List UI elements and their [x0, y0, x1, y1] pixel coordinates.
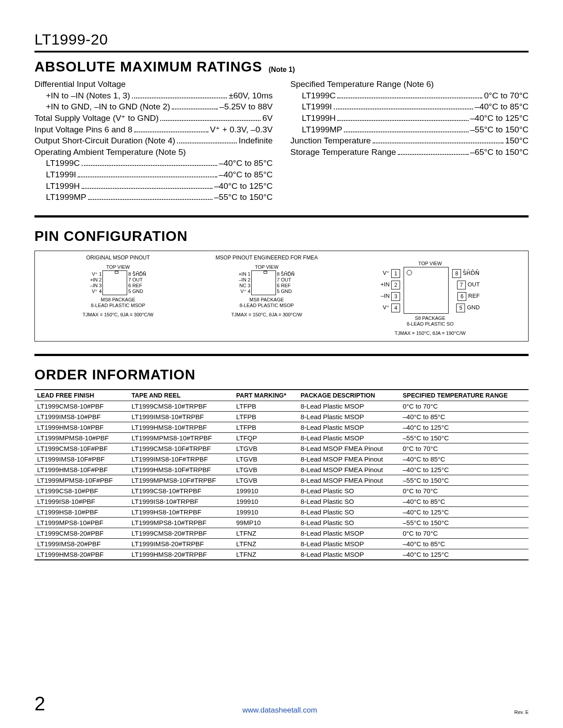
- thermal-info: TJMAX = 150°C, θJA = 300°C/W: [83, 312, 153, 317]
- table-cell: 8-Lead MSOP FMEA Pinout: [298, 465, 400, 475]
- package-subname: 8-LEAD PLASTIC MSOP: [91, 303, 145, 308]
- table-cell: LT1999MPMS8-10#PBF: [34, 433, 129, 443]
- table-row: LT1999IS8-10#PBFLT1999IS8-10#TRPBF199910…: [34, 496, 529, 507]
- table-cell: 8-Lead Plastic SO: [298, 486, 400, 496]
- table-header: SPECIFIED TEMPERATURE RANGE: [400, 390, 529, 401]
- table-cell: LT1999HMS8-20#TRPBF: [129, 549, 234, 560]
- revision: Rev. E: [514, 709, 529, 715]
- table-header: TAPE AND REEL: [129, 390, 234, 401]
- spec-header: Differential Input Voltage: [34, 79, 273, 90]
- abs-ratings-block: Differential Input Voltage +IN to –IN (N…: [34, 79, 529, 203]
- table-cell: LTFQP: [234, 433, 298, 443]
- table-cell: 8-Lead Plastic MSOP: [298, 549, 400, 560]
- table-row: LT1999MPS8-10#PBFLT1999MPS8-10#TRPBF99MP…: [34, 518, 529, 528]
- spec-value: Indefinite: [238, 135, 272, 146]
- spec-value: 150°C: [505, 135, 529, 146]
- table-cell: LT1999CMS8-20#PBF: [34, 528, 129, 539]
- table-cell: LTGVB: [234, 465, 298, 475]
- package-subname: 8-LEAD PLASTIC MSOP: [239, 303, 294, 308]
- table-cell: –40°C to 85°C: [400, 454, 529, 465]
- table-header: PART MARKING*: [234, 390, 298, 401]
- spec-label: +IN to –IN (Notes 1, 3): [46, 90, 130, 101]
- table-cell: LT1999HMS8-10F#PBF: [34, 465, 129, 475]
- order-table: LEAD FREE FINISHTAPE AND REELPART MARKIN…: [34, 389, 529, 560]
- spec-header: Operating Ambient Temperature (Note 5): [34, 146, 273, 158]
- table-cell: 99MP10: [234, 518, 298, 528]
- table-cell: 8-Lead MSOP FMEA Pinout: [298, 454, 400, 465]
- datasheet-link[interactable]: www.datasheetall.com: [45, 706, 514, 715]
- table-cell: LT1999IMS8-10F#PBF: [34, 454, 129, 465]
- table-cell: LT1999CMS8-10F#TRPBF: [129, 443, 234, 454]
- chip-icon: [102, 270, 127, 295]
- spec-label: Junction Temperature: [291, 135, 371, 146]
- table-cell: LTGVB: [234, 454, 298, 465]
- table-cell: 8-Lead MSOP FMEA Pinout: [298, 475, 400, 486]
- pins-left: +IN 1–IN 2NC 3V⁺ 4: [238, 271, 250, 295]
- spec-value: –40°C to 85°C: [219, 158, 273, 169]
- table-cell: 0°C to 70°C: [400, 443, 529, 454]
- spec-value: –40°C to 85°C: [475, 101, 529, 113]
- section-rule: [34, 215, 529, 218]
- table-cell: LT1999HMS8-10F#TRPBF: [129, 465, 234, 475]
- table-cell: LT1999CMS8-10#PBF: [34, 401, 129, 412]
- thermal-info: TJMAX = 150°C, θJA = 190°C/W: [395, 330, 465, 336]
- spec-value: –40°C to 85°C: [219, 169, 273, 180]
- table-cell: LT1999CS8-10#PBF: [34, 486, 129, 496]
- table-cell: LT1999HS8-10#PBF: [34, 507, 129, 518]
- table-cell: 8-Lead Plastic MSOP: [298, 422, 400, 433]
- table-cell: LTGVB: [234, 475, 298, 486]
- table-cell: 199910: [234, 496, 298, 507]
- section-order-title: ORDER INFORMATION: [34, 367, 196, 383]
- package-subname: 8-LEAD PLASTIC SO: [407, 321, 453, 327]
- table-cell: LT1999IS8-10#TRPBF: [129, 496, 234, 507]
- table-cell: 8-Lead Plastic MSOP: [298, 401, 400, 412]
- package-name: S8 PACKAGE: [407, 315, 453, 321]
- spec-label: Output Short-Circuit Duration (Note 4): [34, 135, 175, 146]
- section-abs-title: ABSOLUTE MAXIMUM RATINGS: [34, 59, 262, 75]
- table-cell: LT1999HMS8-10#TRPBF: [129, 422, 234, 433]
- pins-right: 8 S̄H̄D̄N̄7 OUT6 REF5 GND: [128, 271, 146, 295]
- table-cell: LTFPB: [234, 422, 298, 433]
- table-cell: LT1999IMS8-10#PBF: [34, 412, 129, 422]
- table-cell: LTFPB: [234, 412, 298, 422]
- table-cell: LT1999HMS8-20#PBF: [34, 549, 129, 560]
- top-view-label: TOP VIEW: [255, 264, 278, 270]
- table-cell: 8-Lead Plastic MSOP: [298, 528, 400, 539]
- table-cell: LT1999IS8-10#PBF: [34, 496, 129, 507]
- table-cell: LT1999MPMS8-10F#PBF: [34, 475, 129, 486]
- spec-label: LT1999H: [46, 180, 80, 192]
- package-title: MSOP PINOUT ENGINEERED FOR FMEA: [215, 255, 318, 261]
- spec-value: 0°C to 70°C: [484, 90, 529, 101]
- table-cell: –40°C to 125°C: [400, 422, 529, 433]
- section-abs-note: (Note 1): [268, 66, 295, 73]
- package-name: MS8 PACKAGE: [239, 297, 294, 303]
- table-cell: LT1999IMS8-20#TRPBF: [129, 539, 234, 549]
- table-cell: 0°C to 70°C: [400, 486, 529, 496]
- table-header: PACKAGE DESCRIPTION: [298, 390, 400, 401]
- table-row: LT1999MPMS8-10#PBFLT1999MPMS8-10#TRPBFLT…: [34, 433, 529, 443]
- table-cell: LT1999HS8-10#TRPBF: [129, 507, 234, 518]
- table-cell: LT1999MPS8-10#PBF: [34, 518, 129, 528]
- section-rule: [34, 354, 529, 356]
- table-cell: LT1999IMS8-20#PBF: [34, 539, 129, 549]
- spec-label: LT1999I: [302, 101, 332, 113]
- package-title: ORIGINAL MSOP PINOUT: [86, 255, 150, 261]
- spec-label: +IN to GND, –IN to GND (Note 2): [46, 101, 170, 113]
- pin1-marker-icon: [407, 270, 412, 275]
- pin-config-box: ORIGINAL MSOP PINOUT TOP VIEW V⁺ 1+IN 2–…: [34, 251, 529, 341]
- table-row: LT1999HMS8-20#PBFLT1999HMS8-20#TRPBFLTFN…: [34, 549, 529, 560]
- table-cell: LT1999IMS8-10F#TRPBF: [129, 454, 234, 465]
- table-row: LT1999IMS8-10F#PBFLT1999IMS8-10F#TRPBFLT…: [34, 454, 529, 465]
- table-cell: 8-Lead Plastic SO: [298, 496, 400, 507]
- spec-label: LT1999MP: [46, 191, 87, 203]
- thermal-info: TJMAX = 150°C, θJA = 300°C/W: [231, 312, 302, 317]
- table-cell: LTFNZ: [234, 528, 298, 539]
- part-number: LT1999-20: [34, 31, 529, 48]
- spec-value: V⁺ + 0.3V, –0.3V: [210, 124, 273, 135]
- spec-value: –40°C to 125°C: [214, 180, 272, 192]
- table-cell: LT1999CMS8-20#TRPBF: [129, 528, 234, 539]
- table-cell: –40°C to 85°C: [400, 496, 529, 507]
- table-row: LT1999HMS8-10F#PBFLT1999HMS8-10F#TRPBFLT…: [34, 465, 529, 475]
- spec-label: LT1999H: [302, 113, 336, 124]
- table-cell: –40°C to 85°C: [400, 539, 529, 549]
